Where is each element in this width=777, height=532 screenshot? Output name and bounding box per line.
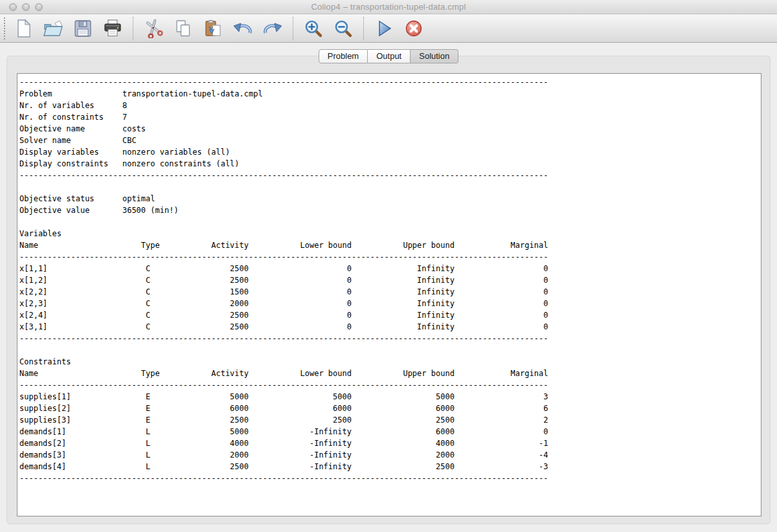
undo-arrow-icon xyxy=(232,19,253,38)
scissors-icon xyxy=(144,19,163,38)
zoom-out-button[interactable] xyxy=(328,16,358,41)
save-floppy-icon xyxy=(73,19,93,38)
cut-button[interactable] xyxy=(139,16,168,41)
tab-bar: ProblemOutputSolution xyxy=(0,49,777,63)
close-button[interactable] xyxy=(9,3,17,11)
toolbar-separator xyxy=(293,17,293,40)
open-file-button[interactable] xyxy=(38,16,68,41)
new-file-icon xyxy=(14,19,32,38)
redo-button[interactable] xyxy=(258,16,287,41)
window-title: Coliop4 – transportation-tupel-data.cmpl xyxy=(0,0,777,14)
open-folder-icon xyxy=(43,19,63,38)
stop-cancel-icon xyxy=(404,19,423,38)
new-file-button[interactable] xyxy=(8,16,38,41)
save-file-button[interactable] xyxy=(68,16,98,41)
paste-clipboard-icon xyxy=(203,19,223,38)
minimize-button[interactable] xyxy=(22,3,30,11)
tab-problem[interactable]: Problem xyxy=(319,49,368,63)
tab-output[interactable]: Output xyxy=(368,49,411,63)
cancel-button[interactable] xyxy=(399,16,429,41)
window-controls xyxy=(9,3,43,11)
paste-button[interactable] xyxy=(198,16,228,41)
toolbar xyxy=(0,15,777,43)
undo-button[interactable] xyxy=(228,16,258,41)
titlebar: Coliop4 – transportation-tupel-data.cmpl xyxy=(0,0,777,14)
solution-report-view[interactable]: ----------------------------------------… xyxy=(17,73,761,516)
zoom-in-button[interactable] xyxy=(298,16,328,41)
copy-icon xyxy=(174,19,193,38)
tab-solution[interactable]: Solution xyxy=(411,49,458,63)
print-button[interactable] xyxy=(98,16,128,41)
zoom-out-icon xyxy=(333,19,353,38)
toolbar-drag-handle[interactable] xyxy=(4,17,7,39)
run-solver-button[interactable] xyxy=(369,16,399,41)
zoom-window-button[interactable] xyxy=(35,3,43,11)
zoom-in-icon xyxy=(304,19,323,38)
toolbar-separator xyxy=(133,17,133,40)
run-play-icon xyxy=(375,19,393,38)
toolbar-separator xyxy=(363,17,364,40)
solution-report-text: ----------------------------------------… xyxy=(17,74,761,484)
printer-icon xyxy=(103,19,122,38)
copy-button[interactable] xyxy=(168,16,198,41)
redo-arrow-icon xyxy=(262,19,283,38)
